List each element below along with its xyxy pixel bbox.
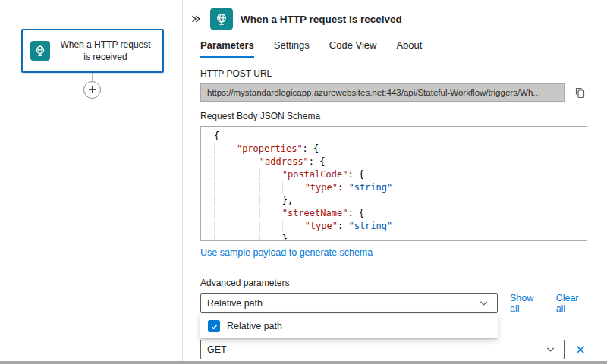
show-all-link[interactable]: Show all [510, 293, 543, 314]
checkbox-checked-icon[interactable] [208, 320, 220, 332]
http-request-trigger-icon [30, 41, 50, 61]
trigger-card[interactable]: When a HTTP request is received [21, 29, 164, 73]
tab-code-view[interactable]: Code View [329, 39, 377, 58]
panel-header: When a HTTP request is received [183, 0, 607, 30]
advanced-parameters-label: Advanced parameters [200, 278, 587, 288]
workflow-canvas: When a HTTP request is received [0, 0, 183, 361]
advanced-parameters-row: Relative path Show all Clear all [200, 293, 587, 314]
menu-item-relative-path[interactable]: Relative path [200, 315, 498, 337]
remove-parameter-icon[interactable] [574, 343, 587, 356]
trigger-card-label: When a HTTP request is received [56, 39, 155, 63]
advanced-parameters-dropdown-value: Relative path [207, 298, 263, 309]
chevron-down-icon [476, 296, 491, 311]
json-schema-content: { "properties": { "address": { "postalCo… [201, 130, 587, 241]
panel-content: HTTP POST URL https://mystandardlogicapp… [183, 68, 607, 359]
page-title: When a HTTP request is received [241, 14, 402, 25]
menu-item-label: Relative path [227, 321, 282, 331]
method-row: GET [200, 340, 587, 359]
advanced-parameters-dropdown[interactable]: Relative path [200, 293, 498, 313]
copy-icon[interactable] [572, 85, 587, 100]
http-post-url-label: HTTP POST URL [200, 68, 587, 79]
add-step-button[interactable] [83, 81, 101, 99]
advanced-parameters-menu: Relative path [200, 314, 498, 338]
panel-tabs: Parameters Settings Code View About [183, 30, 607, 58]
http-post-url-row: https://mystandardlogicapp.azurewebsites… [200, 83, 587, 102]
collapse-panel-icon[interactable] [189, 12, 203, 26]
clear-all-link[interactable]: Clear all [556, 293, 587, 314]
http-post-url-value[interactable]: https://mystandardlogicapp.azurewebsites… [200, 83, 565, 102]
advanced-parameters-links: Show all Clear all [510, 293, 587, 314]
method-dropdown[interactable]: GET [200, 340, 565, 359]
trigger-detail-panel: When a HTTP request is received Paramete… [183, 0, 607, 361]
tab-parameters[interactable]: Parameters [200, 39, 254, 58]
request-body-schema-label: Request Body JSON Schema [200, 111, 587, 121]
json-schema-editor[interactable]: { "properties": { "address": { "postalCo… [200, 126, 587, 241]
chevron-down-icon [543, 342, 558, 357]
tab-settings[interactable]: Settings [274, 39, 310, 58]
section-divider [200, 268, 587, 268]
http-request-trigger-icon [210, 8, 233, 30]
method-dropdown-value: GET [207, 344, 227, 355]
use-sample-payload-link[interactable]: Use sample payload to generate schema [200, 247, 373, 258]
connector-line [92, 73, 93, 81]
tab-about[interactable]: About [396, 39, 422, 58]
logic-apps-designer: When a HTTP request is received [0, 0, 607, 364]
